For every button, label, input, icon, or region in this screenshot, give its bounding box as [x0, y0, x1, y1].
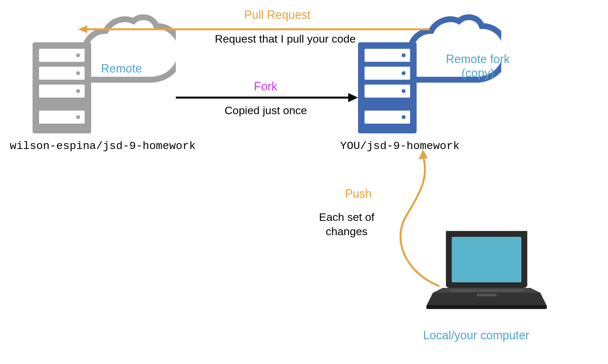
svg-point-17	[402, 115, 406, 119]
remote-label: Remote	[101, 62, 142, 75]
push-desc-line2: changes	[326, 225, 368, 237]
svg-marker-26	[348, 93, 358, 102]
push-arrow	[381, 150, 462, 290]
fork-desc: Copied just once	[225, 104, 307, 117]
svg-point-15	[402, 89, 406, 93]
svg-marker-24	[78, 25, 87, 33]
origin-repo-label: wilson-espina/jsd-9-homework	[10, 140, 196, 152]
remote-fork-line1: Remote fork	[446, 52, 510, 66]
svg-point-8	[76, 115, 80, 119]
svg-rect-22	[426, 305, 547, 309]
svg-rect-21	[477, 294, 496, 296]
local-computer-label: Local/your computer	[423, 329, 529, 342]
pull-request-desc: Request that I pull your code	[215, 33, 356, 45]
svg-rect-19	[452, 237, 521, 282]
svg-point-6	[76, 89, 80, 93]
push-desc-line1: Each set of	[319, 211, 374, 223]
svg-point-13	[402, 71, 406, 75]
svg-point-11	[402, 53, 406, 57]
push-label: Push	[345, 187, 372, 201]
svg-point-2	[76, 53, 80, 57]
svg-point-4	[76, 71, 80, 75]
fork-repo-label: YOU/jsd-9-homework	[340, 140, 460, 152]
svg-rect-20	[449, 290, 524, 291]
push-desc: Each set of changes	[319, 210, 374, 238]
pull-request-label: Pull Request	[244, 8, 311, 22]
remote-fork-label: Remote fork (copy)	[446, 52, 510, 80]
fork-label: Fork	[254, 80, 277, 93]
remote-fork-line2: (copy)	[462, 66, 494, 80]
